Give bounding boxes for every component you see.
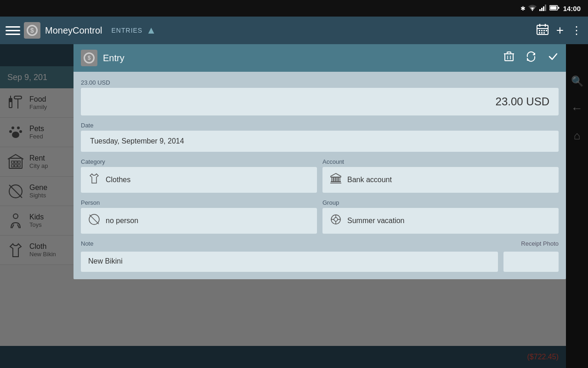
- hamburger-button[interactable]: [6, 23, 20, 38]
- date-field[interactable]: Tuesday, September 9, 2014: [81, 131, 559, 152]
- no-person-icon: [88, 213, 100, 228]
- group-group: Group Summer vacation: [322, 199, 559, 234]
- person-label: Person: [81, 199, 317, 206]
- svg-rect-16: [541, 32, 543, 34]
- value-display: 23.00 USD: [496, 95, 549, 108]
- svg-rect-14: [546, 30, 547, 31]
- date-display: Tuesday, September 9, 2014: [90, 137, 184, 145]
- svg-line-53: [90, 215, 99, 224]
- status-time: 14:00: [563, 5, 581, 12]
- svg-rect-42: [507, 52, 511, 54]
- person-value: no person: [106, 217, 138, 225]
- signal-icon: [539, 5, 547, 12]
- overflow-menu-button[interactable]: ⋮: [571, 24, 582, 37]
- receipt-photo-label: Receipt Photo: [503, 240, 559, 247]
- svg-rect-2: [543, 6, 544, 11]
- value-label: 23.00 USD: [81, 79, 559, 86]
- note-field[interactable]: New Bikini: [81, 252, 498, 272]
- modal-header: $ Entry: [74, 44, 566, 72]
- modal-logo: $: [81, 50, 97, 66]
- svg-rect-40: [505, 54, 513, 61]
- category-label: Category: [81, 158, 317, 165]
- svg-rect-13: [543, 30, 545, 31]
- group-selector[interactable]: Summer vacation: [322, 208, 559, 234]
- category-selector[interactable]: Clothes: [81, 167, 317, 193]
- note-label: Note: [81, 240, 498, 248]
- group-icon: [330, 213, 342, 228]
- confirm-button[interactable]: [548, 51, 559, 65]
- category-account-row: Category Clothes Account: [81, 158, 559, 193]
- note-value: New Bikini: [88, 257, 123, 265]
- date-label: Date: [81, 122, 559, 129]
- modal-header-actions: [503, 51, 559, 65]
- logo-circle: $: [27, 25, 38, 36]
- photo-field[interactable]: [503, 252, 559, 272]
- person-selector[interactable]: no person: [81, 208, 317, 234]
- entry-modal: $ Entry: [74, 44, 566, 279]
- note-row: New Bikini: [81, 252, 559, 272]
- svg-rect-3: [545, 5, 546, 11]
- modal-title: Entry: [103, 53, 498, 63]
- clothes-selector-icon: [88, 172, 100, 187]
- calendar-icon[interactable]: [536, 23, 549, 38]
- signal-shape: ▲: [146, 24, 156, 36]
- add-button[interactable]: +: [556, 23, 564, 38]
- account-label: Account: [322, 158, 559, 165]
- group-value: Summer vacation: [347, 217, 405, 225]
- modal-body: 23.00 USD 23.00 USD Date Tuesday, Septem…: [74, 72, 566, 272]
- app-logo: $: [24, 22, 40, 39]
- svg-rect-1: [541, 8, 543, 11]
- group-label: Group: [322, 199, 559, 206]
- app-bar-actions: + ⋮: [536, 23, 582, 38]
- person-group-row: Person no person Group: [81, 199, 559, 234]
- section-label: ENTRIES: [112, 27, 143, 34]
- svg-rect-49: [339, 177, 340, 182]
- category-group: Category Clothes: [81, 158, 317, 193]
- svg-marker-45: [331, 173, 341, 177]
- wifi-icon: [528, 5, 537, 12]
- svg-rect-0: [539, 9, 541, 11]
- note-labels-row: Note Receipt Photo: [81, 240, 559, 250]
- svg-rect-11: [539, 30, 540, 31]
- svg-rect-46: [332, 177, 333, 182]
- bluetooth-icon: ✱: [520, 5, 526, 12]
- svg-rect-15: [539, 32, 540, 34]
- account-group: Account Bank account: [322, 158, 559, 193]
- svg-rect-47: [334, 177, 335, 182]
- svg-rect-48: [336, 177, 338, 182]
- svg-rect-5: [550, 6, 556, 9]
- account-value: Bank account: [347, 176, 392, 184]
- value-field[interactable]: 23.00 USD: [81, 88, 559, 115]
- svg-point-55: [334, 218, 338, 221]
- category-value: Clothes: [106, 176, 130, 184]
- svg-rect-12: [541, 30, 543, 31]
- status-icons: ✱: [520, 5, 560, 12]
- battery-icon: [549, 5, 560, 12]
- app-bar: $ MoneyControl ENTRIES ▲ + ⋮: [0, 17, 588, 44]
- delete-button[interactable]: [503, 51, 514, 65]
- svg-rect-6: [558, 7, 559, 9]
- svg-rect-17: [543, 32, 545, 34]
- account-selector[interactable]: Bank account: [322, 167, 559, 193]
- bank-selector-icon: [330, 172, 342, 187]
- refresh-button[interactable]: [526, 51, 537, 65]
- person-group: Person no person: [81, 199, 317, 234]
- status-bar: ✱ 14:00: [0, 0, 588, 17]
- app-title: MoneyControl: [45, 25, 102, 36]
